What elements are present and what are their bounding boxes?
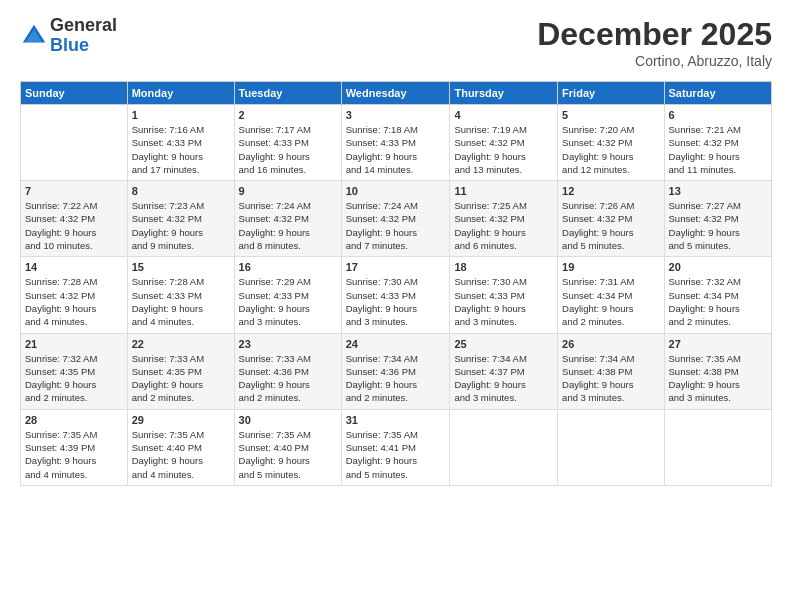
calendar-page: General Blue December 2025 Cortino, Abru… — [0, 0, 792, 612]
day-number: 22 — [132, 338, 230, 350]
day-cell: 28Sunrise: 7:35 AM Sunset: 4:39 PM Dayli… — [21, 409, 128, 485]
day-info: Sunrise: 7:16 AM Sunset: 4:33 PM Dayligh… — [132, 123, 230, 176]
day-number: 27 — [669, 338, 767, 350]
day-number: 7 — [25, 185, 123, 197]
day-info: Sunrise: 7:34 AM Sunset: 4:38 PM Dayligh… — [562, 352, 659, 405]
header: General Blue December 2025 Cortino, Abru… — [20, 16, 772, 69]
day-info: Sunrise: 7:29 AM Sunset: 4:33 PM Dayligh… — [239, 275, 337, 328]
day-number: 6 — [669, 109, 767, 121]
day-number: 19 — [562, 261, 659, 273]
week-row-4: 21Sunrise: 7:32 AM Sunset: 4:35 PM Dayli… — [21, 333, 772, 409]
day-cell: 4Sunrise: 7:19 AM Sunset: 4:32 PM Daylig… — [450, 105, 558, 181]
day-info: Sunrise: 7:21 AM Sunset: 4:32 PM Dayligh… — [669, 123, 767, 176]
day-number: 26 — [562, 338, 659, 350]
day-number: 8 — [132, 185, 230, 197]
day-info: Sunrise: 7:35 AM Sunset: 4:40 PM Dayligh… — [132, 428, 230, 481]
day-cell: 8Sunrise: 7:23 AM Sunset: 4:32 PM Daylig… — [127, 181, 234, 257]
day-cell: 7Sunrise: 7:22 AM Sunset: 4:32 PM Daylig… — [21, 181, 128, 257]
col-wednesday: Wednesday — [341, 82, 450, 105]
logo-line1: General — [50, 15, 117, 35]
day-info: Sunrise: 7:35 AM Sunset: 4:41 PM Dayligh… — [346, 428, 446, 481]
logo: General Blue — [20, 16, 117, 56]
day-info: Sunrise: 7:28 AM Sunset: 4:33 PM Dayligh… — [132, 275, 230, 328]
day-info: Sunrise: 7:26 AM Sunset: 4:32 PM Dayligh… — [562, 199, 659, 252]
week-row-2: 7Sunrise: 7:22 AM Sunset: 4:32 PM Daylig… — [21, 181, 772, 257]
day-info: Sunrise: 7:24 AM Sunset: 4:32 PM Dayligh… — [346, 199, 446, 252]
col-saturday: Saturday — [664, 82, 771, 105]
calendar-table: Sunday Monday Tuesday Wednesday Thursday… — [20, 81, 772, 486]
day-cell: 17Sunrise: 7:30 AM Sunset: 4:33 PM Dayli… — [341, 257, 450, 333]
week-row-5: 28Sunrise: 7:35 AM Sunset: 4:39 PM Dayli… — [21, 409, 772, 485]
day-cell — [450, 409, 558, 485]
day-cell: 25Sunrise: 7:34 AM Sunset: 4:37 PM Dayli… — [450, 333, 558, 409]
day-cell: 11Sunrise: 7:25 AM Sunset: 4:32 PM Dayli… — [450, 181, 558, 257]
day-cell: 6Sunrise: 7:21 AM Sunset: 4:32 PM Daylig… — [664, 105, 771, 181]
day-cell: 30Sunrise: 7:35 AM Sunset: 4:40 PM Dayli… — [234, 409, 341, 485]
day-info: Sunrise: 7:34 AM Sunset: 4:36 PM Dayligh… — [346, 352, 446, 405]
month-title: December 2025 — [537, 16, 772, 53]
day-number: 9 — [239, 185, 337, 197]
day-cell: 23Sunrise: 7:33 AM Sunset: 4:36 PM Dayli… — [234, 333, 341, 409]
day-number: 29 — [132, 414, 230, 426]
day-number: 14 — [25, 261, 123, 273]
day-number: 17 — [346, 261, 446, 273]
day-cell: 3Sunrise: 7:18 AM Sunset: 4:33 PM Daylig… — [341, 105, 450, 181]
week-row-1: 1Sunrise: 7:16 AM Sunset: 4:33 PM Daylig… — [21, 105, 772, 181]
day-number: 11 — [454, 185, 553, 197]
day-cell: 29Sunrise: 7:35 AM Sunset: 4:40 PM Dayli… — [127, 409, 234, 485]
day-cell: 21Sunrise: 7:32 AM Sunset: 4:35 PM Dayli… — [21, 333, 128, 409]
day-cell: 14Sunrise: 7:28 AM Sunset: 4:32 PM Dayli… — [21, 257, 128, 333]
day-info: Sunrise: 7:30 AM Sunset: 4:33 PM Dayligh… — [454, 275, 553, 328]
day-number: 21 — [25, 338, 123, 350]
day-cell: 10Sunrise: 7:24 AM Sunset: 4:32 PM Dayli… — [341, 181, 450, 257]
day-cell: 1Sunrise: 7:16 AM Sunset: 4:33 PM Daylig… — [127, 105, 234, 181]
day-number: 20 — [669, 261, 767, 273]
day-number: 24 — [346, 338, 446, 350]
day-info: Sunrise: 7:33 AM Sunset: 4:35 PM Dayligh… — [132, 352, 230, 405]
day-info: Sunrise: 7:30 AM Sunset: 4:33 PM Dayligh… — [346, 275, 446, 328]
day-number: 2 — [239, 109, 337, 121]
day-cell: 2Sunrise: 7:17 AM Sunset: 4:33 PM Daylig… — [234, 105, 341, 181]
day-info: Sunrise: 7:33 AM Sunset: 4:36 PM Dayligh… — [239, 352, 337, 405]
col-thursday: Thursday — [450, 82, 558, 105]
week-row-3: 14Sunrise: 7:28 AM Sunset: 4:32 PM Dayli… — [21, 257, 772, 333]
day-cell: 20Sunrise: 7:32 AM Sunset: 4:34 PM Dayli… — [664, 257, 771, 333]
day-cell: 16Sunrise: 7:29 AM Sunset: 4:33 PM Dayli… — [234, 257, 341, 333]
day-cell: 12Sunrise: 7:26 AM Sunset: 4:32 PM Dayli… — [558, 181, 664, 257]
day-info: Sunrise: 7:34 AM Sunset: 4:37 PM Dayligh… — [454, 352, 553, 405]
day-cell: 19Sunrise: 7:31 AM Sunset: 4:34 PM Dayli… — [558, 257, 664, 333]
day-info: Sunrise: 7:35 AM Sunset: 4:39 PM Dayligh… — [25, 428, 123, 481]
day-number: 30 — [239, 414, 337, 426]
col-monday: Monday — [127, 82, 234, 105]
title-block: December 2025 Cortino, Abruzzo, Italy — [537, 16, 772, 69]
day-number: 23 — [239, 338, 337, 350]
location: Cortino, Abruzzo, Italy — [537, 53, 772, 69]
day-cell: 15Sunrise: 7:28 AM Sunset: 4:33 PM Dayli… — [127, 257, 234, 333]
day-cell: 18Sunrise: 7:30 AM Sunset: 4:33 PM Dayli… — [450, 257, 558, 333]
day-number: 1 — [132, 109, 230, 121]
day-info: Sunrise: 7:35 AM Sunset: 4:40 PM Dayligh… — [239, 428, 337, 481]
day-number: 18 — [454, 261, 553, 273]
day-info: Sunrise: 7:23 AM Sunset: 4:32 PM Dayligh… — [132, 199, 230, 252]
day-info: Sunrise: 7:31 AM Sunset: 4:34 PM Dayligh… — [562, 275, 659, 328]
day-number: 31 — [346, 414, 446, 426]
day-cell: 5Sunrise: 7:20 AM Sunset: 4:32 PM Daylig… — [558, 105, 664, 181]
day-number: 12 — [562, 185, 659, 197]
day-info: Sunrise: 7:28 AM Sunset: 4:32 PM Dayligh… — [25, 275, 123, 328]
day-info: Sunrise: 7:20 AM Sunset: 4:32 PM Dayligh… — [562, 123, 659, 176]
day-cell: 13Sunrise: 7:27 AM Sunset: 4:32 PM Dayli… — [664, 181, 771, 257]
day-cell — [664, 409, 771, 485]
day-cell: 27Sunrise: 7:35 AM Sunset: 4:38 PM Dayli… — [664, 333, 771, 409]
day-info: Sunrise: 7:18 AM Sunset: 4:33 PM Dayligh… — [346, 123, 446, 176]
day-cell: 22Sunrise: 7:33 AM Sunset: 4:35 PM Dayli… — [127, 333, 234, 409]
day-info: Sunrise: 7:17 AM Sunset: 4:33 PM Dayligh… — [239, 123, 337, 176]
day-cell: 9Sunrise: 7:24 AM Sunset: 4:32 PM Daylig… — [234, 181, 341, 257]
day-number: 3 — [346, 109, 446, 121]
logo-icon — [20, 22, 48, 50]
day-number: 10 — [346, 185, 446, 197]
col-tuesday: Tuesday — [234, 82, 341, 105]
day-info: Sunrise: 7:24 AM Sunset: 4:32 PM Dayligh… — [239, 199, 337, 252]
day-cell: 31Sunrise: 7:35 AM Sunset: 4:41 PM Dayli… — [341, 409, 450, 485]
day-number: 5 — [562, 109, 659, 121]
day-number: 4 — [454, 109, 553, 121]
